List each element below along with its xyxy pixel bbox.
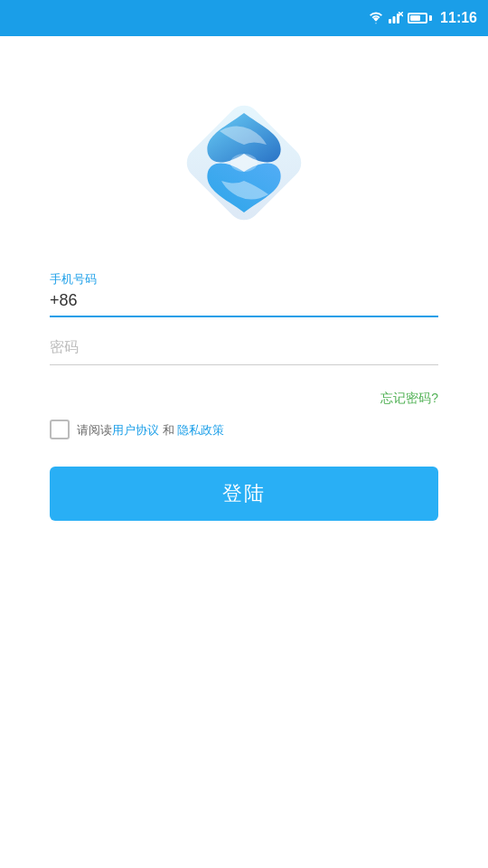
logo-area bbox=[172, 90, 316, 235]
svg-rect-0 bbox=[389, 19, 391, 24]
main-content: 手机号码 +86 忘记密码? 请阅读用户协议 和 隐私政策 登陆 bbox=[0, 36, 488, 868]
password-input[interactable] bbox=[50, 335, 438, 359]
wifi-icon bbox=[368, 12, 384, 24]
agreement-text-area: 请阅读用户协议 和 隐私政策 bbox=[77, 421, 224, 439]
signal-icon bbox=[389, 12, 403, 24]
forgot-password-link[interactable]: 忘记密码? bbox=[380, 391, 438, 407]
status-icons: 11:16 bbox=[368, 10, 477, 26]
phone-row: +86 bbox=[50, 291, 438, 317]
password-field-group bbox=[50, 335, 438, 365]
app-logo bbox=[176, 95, 312, 231]
status-bar: 11:16 bbox=[0, 0, 488, 36]
status-time: 11:16 bbox=[440, 10, 477, 26]
forgot-row: 忘记密码? bbox=[0, 391, 488, 407]
phone-field-group: 手机号码 +86 bbox=[50, 271, 438, 317]
login-btn-area: 登陆 bbox=[0, 467, 488, 521]
password-row bbox=[50, 335, 438, 365]
battery-icon bbox=[408, 13, 432, 24]
agreement-prefix: 请阅读 bbox=[77, 423, 112, 437]
agreement-row: 请阅读用户协议 和 隐私政策 bbox=[0, 420, 488, 439]
phone-input[interactable] bbox=[87, 291, 438, 310]
user-agreement-link[interactable]: 用户协议 bbox=[112, 423, 159, 437]
agreement-middle: 和 bbox=[159, 423, 177, 437]
phone-prefix: +86 bbox=[50, 291, 78, 310]
privacy-policy-link[interactable]: 隐私政策 bbox=[177, 423, 224, 437]
svg-rect-1 bbox=[393, 16, 396, 24]
svg-point-6 bbox=[230, 154, 258, 172]
agreement-checkbox[interactable] bbox=[50, 420, 70, 439]
form-area: 手机号码 +86 bbox=[0, 271, 488, 383]
login-button[interactable]: 登陆 bbox=[50, 467, 438, 521]
phone-label: 手机号码 bbox=[50, 271, 438, 288]
